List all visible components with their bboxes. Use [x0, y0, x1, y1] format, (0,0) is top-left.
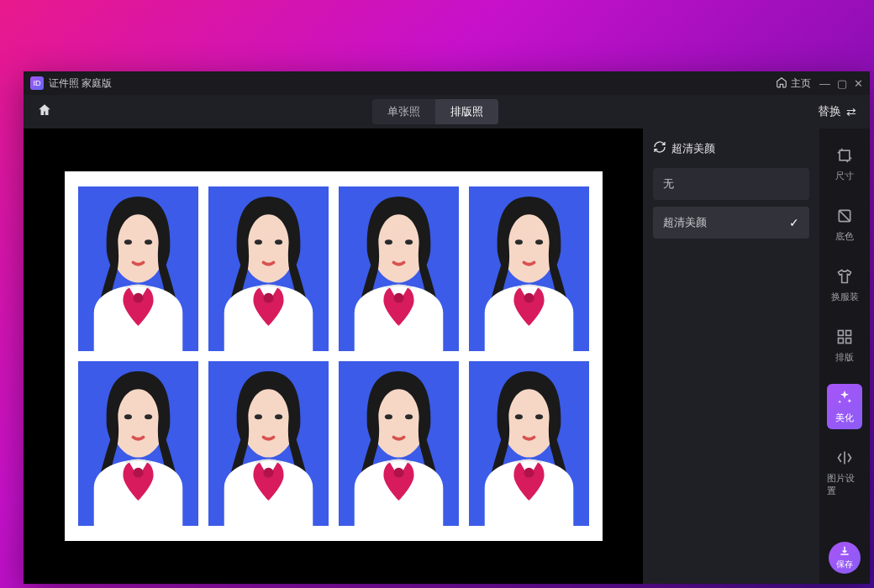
portrait-icon	[469, 361, 589, 526]
swatch-icon	[836, 207, 853, 227]
minimize-button[interactable]: —	[819, 77, 830, 90]
svg-point-29	[514, 414, 522, 419]
portrait-icon	[78, 186, 198, 351]
photo-cell[interactable]	[73, 181, 203, 356]
home-link-label: 主页	[791, 76, 811, 91]
beauty-panel: 超清美颜 无 超清美颜 ✓	[643, 129, 819, 584]
topbar: 单张照 排版照 替换 ⇄	[24, 95, 870, 129]
shirt-icon	[836, 268, 853, 287]
svg-point-3	[133, 293, 143, 303]
sidebar-item-label: 排版	[835, 351, 854, 364]
home-icon	[776, 76, 787, 91]
portrait-icon	[339, 361, 459, 526]
photo-sheet	[65, 171, 603, 541]
sidebar-item-beautify[interactable]: 美化	[827, 384, 862, 429]
sidebar-item-image-settings[interactable]: 图片设置	[827, 444, 862, 502]
svg-point-18	[145, 414, 152, 419]
photo-cell[interactable]	[73, 356, 203, 531]
svg-point-1	[124, 239, 131, 244]
svg-point-7	[263, 293, 273, 303]
canvas-area	[24, 129, 643, 584]
panel-title: 超清美颜	[671, 141, 715, 156]
option-label: 超清美颜	[663, 215, 707, 230]
svg-rect-37	[846, 339, 851, 344]
portrait-icon	[469, 186, 589, 351]
svg-point-31	[524, 468, 534, 478]
download-icon	[839, 545, 850, 559]
svg-point-10	[405, 239, 413, 244]
photo-cell[interactable]	[334, 356, 464, 531]
photo-cell[interactable]	[464, 356, 594, 531]
svg-point-15	[524, 293, 534, 303]
svg-point-11	[393, 293, 403, 303]
app-logo-icon: ID	[30, 76, 44, 90]
sidebar-item-layout[interactable]: 排版	[827, 323, 862, 369]
portrait-icon	[78, 361, 198, 526]
photo-cell[interactable]	[203, 356, 334, 531]
sidebar-item-label: 底色	[835, 230, 854, 243]
svg-point-30	[535, 414, 543, 419]
portrait-icon	[208, 186, 329, 351]
beauty-option-none[interactable]: 无	[653, 168, 809, 200]
sidebar-item-clothing[interactable]: 换服装	[827, 263, 862, 308]
sidebar-item-size[interactable]: 尺寸	[827, 142, 862, 187]
app-title: 证件照 家庭版	[49, 76, 112, 91]
refresh-icon	[653, 140, 666, 156]
check-icon: ✓	[789, 216, 799, 229]
right-sidebar: 尺寸 底色 换服装 排版	[819, 129, 870, 584]
svg-point-9	[384, 239, 392, 244]
home-link[interactable]: 主页	[776, 76, 811, 91]
sidebar-item-label: 图片设置	[827, 472, 862, 497]
svg-point-27	[393, 468, 403, 478]
sidebar-item-background[interactable]: 底色	[827, 202, 862, 248]
photo-cell[interactable]	[203, 181, 334, 356]
main-content: 超清美颜 无 超清美颜 ✓ 尺寸 底色	[24, 129, 870, 584]
maximize-button[interactable]: ▢	[837, 77, 847, 90]
svg-point-14	[535, 239, 543, 244]
sparkle-icon	[836, 389, 853, 408]
tab-single-photo[interactable]: 单张照	[372, 99, 435, 124]
svg-point-25	[384, 414, 392, 419]
photo-cell[interactable]	[464, 181, 594, 356]
replace-button[interactable]: 替换 ⇄	[818, 104, 856, 119]
sidebar-item-label: 尺寸	[835, 170, 854, 182]
sidebar-item-label: 换服装	[831, 291, 859, 303]
svg-point-23	[263, 468, 273, 478]
svg-point-17	[124, 414, 131, 419]
svg-point-26	[405, 414, 413, 419]
photo-cell[interactable]	[334, 181, 464, 356]
option-label: 无	[663, 176, 674, 192]
svg-point-5	[254, 239, 261, 244]
save-button[interactable]: 保存	[829, 542, 861, 574]
svg-point-19	[133, 468, 143, 478]
tab-layout-photo[interactable]: 排版照	[435, 99, 498, 124]
replace-label: 替换	[818, 104, 841, 119]
close-button[interactable]: ✕	[854, 77, 863, 90]
view-tabs: 单张照 排版照	[372, 99, 498, 124]
home-button[interactable]	[37, 102, 52, 121]
swap-icon: ⇄	[846, 105, 856, 118]
mirror-icon	[836, 449, 853, 469]
sidebar-item-label: 美化	[835, 412, 854, 424]
beauty-option-hd[interactable]: 超清美颜 ✓	[653, 207, 809, 239]
svg-point-6	[275, 239, 282, 244]
portrait-icon	[339, 186, 459, 351]
panel-header: 超清美颜	[653, 140, 809, 156]
svg-rect-32	[840, 150, 850, 160]
svg-rect-36	[839, 339, 844, 344]
svg-rect-34	[839, 331, 844, 336]
crop-icon	[836, 147, 853, 166]
svg-rect-35	[846, 331, 851, 336]
svg-point-22	[275, 414, 282, 419]
portrait-icon	[208, 361, 329, 526]
svg-point-13	[514, 239, 522, 244]
grid-icon	[836, 328, 853, 348]
save-label: 保存	[836, 559, 853, 570]
app-window: ID 证件照 家庭版 主页 — ▢ ✕ 单张照 排版照	[24, 71, 870, 584]
svg-point-21	[254, 414, 261, 419]
svg-point-2	[145, 239, 152, 244]
titlebar: ID 证件照 家庭版 主页 — ▢ ✕	[24, 71, 870, 95]
